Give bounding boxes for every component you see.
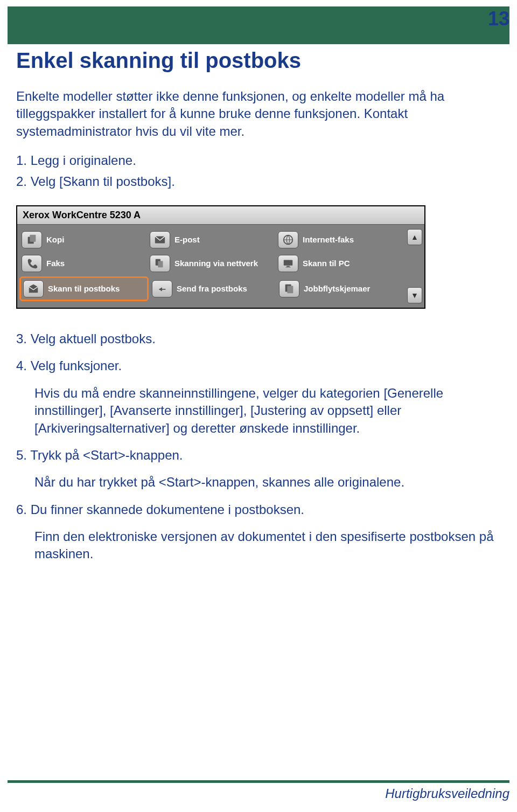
svg-rect-10 <box>287 286 293 293</box>
page-title: Enkel skanning til postboks <box>16 48 501 73</box>
screenshot-titlebar: Xerox WorkCentre 5230 A <box>17 206 424 225</box>
menu-item-skann-pc[interactable]: Skann til PC <box>276 253 403 274</box>
page-footer: Hurtigbruksveiledning <box>8 780 509 801</box>
page-number: 13 <box>488 8 509 30</box>
menu-label: Skann til postboks <box>48 284 120 294</box>
menu-label: Skanning via nettverk <box>174 259 258 268</box>
internet-fax-icon <box>278 231 298 248</box>
email-icon <box>150 231 170 248</box>
menu-item-skanning-nettverk[interactable]: Skanning via nettverk <box>148 253 275 274</box>
menu-label: Jobbflytskjemaer <box>304 284 370 294</box>
menu-item-skann-postboks[interactable]: Skann til postboks <box>19 276 149 301</box>
svg-rect-8 <box>285 267 290 267</box>
content-area-2: 3. Velg aktuell postboks. 4. Velg funksj… <box>0 326 517 563</box>
svg-rect-7 <box>287 266 290 267</box>
menu-item-internettfaks[interactable]: Internett-faks <box>276 229 403 251</box>
send-mailbox-icon <box>152 280 172 297</box>
workflow-icon <box>279 280 299 297</box>
menu-item-faks[interactable]: Faks <box>19 253 146 274</box>
scroll-down-button[interactable]: ▼ <box>407 287 422 303</box>
device-screenshot: Xerox WorkCentre 5230 A Kopi E-post Inte… <box>16 205 425 309</box>
svg-rect-1 <box>30 235 36 242</box>
menu-label: Send fra postboks <box>177 284 247 294</box>
intro-paragraph: Enkelte modeller støtter ikke denne funk… <box>16 88 501 140</box>
svg-rect-5 <box>158 261 163 267</box>
menu-label: Internett-faks <box>303 235 354 245</box>
step-4-note: Hvis du må endre skanneinnstillingene, v… <box>34 385 501 437</box>
menu-item-kopi[interactable]: Kopi <box>19 229 146 251</box>
step-6: 6. Du finner skannede dokumentene i post… <box>16 501 501 518</box>
menu-item-send-postboks[interactable]: Send fra postboks <box>150 276 276 301</box>
svg-rect-6 <box>284 260 293 266</box>
menu-label: Skann til PC <box>303 259 350 268</box>
menu-label: Faks <box>46 259 65 268</box>
footer-label: Hurtigbruksveiledning <box>8 786 509 801</box>
menu-label: Kopi <box>46 235 64 245</box>
step-6-note: Finn den elektroniske versjonen av dokum… <box>34 528 501 563</box>
scan-mailbox-icon <box>23 280 44 297</box>
step-1: 1. Legg i originalene. <box>16 152 501 169</box>
fax-icon <box>22 255 42 272</box>
menu-label: E-post <box>174 235 200 245</box>
copy-icon <box>22 231 42 248</box>
menu-item-epost[interactable]: E-post <box>148 229 275 251</box>
scroll-up-button[interactable]: ▲ <box>407 229 422 245</box>
content-area: Enkel skanning til postboks Enkelte mode… <box>0 44 517 190</box>
step-5-note: Når du har trykket på <Start>-knappen, s… <box>34 474 501 491</box>
footer-divider <box>8 780 509 783</box>
step-2: 2. Velg [Skann til postboks]. <box>16 173 501 190</box>
step-4: 4. Velg funksjoner. <box>16 357 501 374</box>
step-3: 3. Velg aktuell postboks. <box>16 330 501 348</box>
step-5: 5. Trykk på <Start>-knappen. <box>16 447 501 464</box>
scrollbar: ▲ ▼ <box>405 225 424 308</box>
network-scan-icon <box>150 255 170 272</box>
menu-item-jobbflytskjemaer[interactable]: Jobbflytskjemaer <box>277 276 403 301</box>
scan-pc-icon <box>278 255 298 272</box>
header-bar <box>8 6 509 44</box>
